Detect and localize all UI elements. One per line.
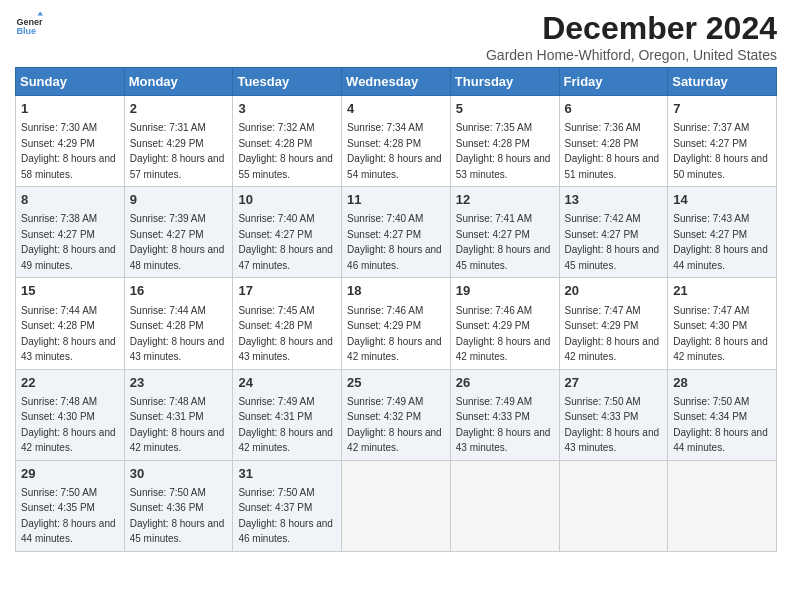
calendar-day-cell: 22 Sunrise: 7:48 AM Sunset: 4:30 PM Dayl…	[16, 369, 125, 460]
calendar-day-cell: 21 Sunrise: 7:47 AM Sunset: 4:30 PM Dayl…	[668, 278, 777, 369]
day-number: 14	[673, 191, 771, 209]
calendar-day-cell: 7 Sunrise: 7:37 AM Sunset: 4:27 PM Dayli…	[668, 96, 777, 187]
calendar-day-cell: 29 Sunrise: 7:50 AM Sunset: 4:35 PM Dayl…	[16, 460, 125, 551]
day-info: Sunrise: 7:37 AM Sunset: 4:27 PM Dayligh…	[673, 122, 768, 180]
calendar-day-cell: 24 Sunrise: 7:49 AM Sunset: 4:31 PM Dayl…	[233, 369, 342, 460]
day-number: 12	[456, 191, 554, 209]
day-number: 17	[238, 282, 336, 300]
day-number: 19	[456, 282, 554, 300]
weekday-header: Saturday	[668, 68, 777, 96]
day-info: Sunrise: 7:46 AM Sunset: 4:29 PM Dayligh…	[347, 305, 442, 363]
day-number: 1	[21, 100, 119, 118]
weekday-header: Monday	[124, 68, 233, 96]
weekday-header: Tuesday	[233, 68, 342, 96]
weekday-header-row: SundayMondayTuesdayWednesdayThursdayFrid…	[16, 68, 777, 96]
day-info: Sunrise: 7:47 AM Sunset: 4:30 PM Dayligh…	[673, 305, 768, 363]
day-number: 7	[673, 100, 771, 118]
calendar-day-cell: 11 Sunrise: 7:40 AM Sunset: 4:27 PM Dayl…	[342, 187, 451, 278]
day-info: Sunrise: 7:49 AM Sunset: 4:32 PM Dayligh…	[347, 396, 442, 454]
calendar-table: SundayMondayTuesdayWednesdayThursdayFrid…	[15, 67, 777, 552]
calendar-day-cell: 6 Sunrise: 7:36 AM Sunset: 4:28 PM Dayli…	[559, 96, 668, 187]
day-info: Sunrise: 7:45 AM Sunset: 4:28 PM Dayligh…	[238, 305, 333, 363]
logo: General Blue	[15, 10, 43, 38]
calendar-day-cell: 17 Sunrise: 7:45 AM Sunset: 4:28 PM Dayl…	[233, 278, 342, 369]
calendar-day-cell: 27 Sunrise: 7:50 AM Sunset: 4:33 PM Dayl…	[559, 369, 668, 460]
svg-text:Blue: Blue	[16, 26, 36, 36]
day-info: Sunrise: 7:50 AM Sunset: 4:33 PM Dayligh…	[565, 396, 660, 454]
calendar-day-cell: 23 Sunrise: 7:48 AM Sunset: 4:31 PM Dayl…	[124, 369, 233, 460]
day-info: Sunrise: 7:40 AM Sunset: 4:27 PM Dayligh…	[238, 213, 333, 271]
calendar-day-cell: 28 Sunrise: 7:50 AM Sunset: 4:34 PM Dayl…	[668, 369, 777, 460]
day-info: Sunrise: 7:36 AM Sunset: 4:28 PM Dayligh…	[565, 122, 660, 180]
calendar-day-cell: 14 Sunrise: 7:43 AM Sunset: 4:27 PM Dayl…	[668, 187, 777, 278]
logo-icon: General Blue	[15, 10, 43, 38]
calendar-day-cell: 12 Sunrise: 7:41 AM Sunset: 4:27 PM Dayl…	[450, 187, 559, 278]
day-number: 18	[347, 282, 445, 300]
day-number: 13	[565, 191, 663, 209]
day-info: Sunrise: 7:34 AM Sunset: 4:28 PM Dayligh…	[347, 122, 442, 180]
day-info: Sunrise: 7:48 AM Sunset: 4:30 PM Dayligh…	[21, 396, 116, 454]
location-subtitle: Garden Home-Whitford, Oregon, United Sta…	[486, 47, 777, 63]
day-number: 28	[673, 374, 771, 392]
calendar-day-cell: 2 Sunrise: 7:31 AM Sunset: 4:29 PM Dayli…	[124, 96, 233, 187]
calendar-day-cell: 4 Sunrise: 7:34 AM Sunset: 4:28 PM Dayli…	[342, 96, 451, 187]
calendar-day-cell: 16 Sunrise: 7:44 AM Sunset: 4:28 PM Dayl…	[124, 278, 233, 369]
day-info: Sunrise: 7:50 AM Sunset: 4:36 PM Dayligh…	[130, 487, 225, 545]
day-info: Sunrise: 7:50 AM Sunset: 4:34 PM Dayligh…	[673, 396, 768, 454]
day-info: Sunrise: 7:30 AM Sunset: 4:29 PM Dayligh…	[21, 122, 116, 180]
day-info: Sunrise: 7:46 AM Sunset: 4:29 PM Dayligh…	[456, 305, 551, 363]
day-info: Sunrise: 7:39 AM Sunset: 4:27 PM Dayligh…	[130, 213, 225, 271]
weekday-header: Thursday	[450, 68, 559, 96]
day-info: Sunrise: 7:42 AM Sunset: 4:27 PM Dayligh…	[565, 213, 660, 271]
weekday-header: Sunday	[16, 68, 125, 96]
weekday-header: Friday	[559, 68, 668, 96]
weekday-header: Wednesday	[342, 68, 451, 96]
day-number: 24	[238, 374, 336, 392]
day-number: 5	[456, 100, 554, 118]
day-number: 27	[565, 374, 663, 392]
calendar-week-row: 29 Sunrise: 7:50 AM Sunset: 4:35 PM Dayl…	[16, 460, 777, 551]
calendar-day-cell: 26 Sunrise: 7:49 AM Sunset: 4:33 PM Dayl…	[450, 369, 559, 460]
calendar-week-row: 15 Sunrise: 7:44 AM Sunset: 4:28 PM Dayl…	[16, 278, 777, 369]
day-number: 31	[238, 465, 336, 483]
day-info: Sunrise: 7:47 AM Sunset: 4:29 PM Dayligh…	[565, 305, 660, 363]
day-info: Sunrise: 7:32 AM Sunset: 4:28 PM Dayligh…	[238, 122, 333, 180]
day-number: 6	[565, 100, 663, 118]
calendar-day-cell	[668, 460, 777, 551]
calendar-week-row: 8 Sunrise: 7:38 AM Sunset: 4:27 PM Dayli…	[16, 187, 777, 278]
month-title: December 2024	[486, 10, 777, 47]
calendar-day-cell	[342, 460, 451, 551]
calendar-week-row: 22 Sunrise: 7:48 AM Sunset: 4:30 PM Dayl…	[16, 369, 777, 460]
day-number: 23	[130, 374, 228, 392]
day-number: 15	[21, 282, 119, 300]
day-info: Sunrise: 7:41 AM Sunset: 4:27 PM Dayligh…	[456, 213, 551, 271]
calendar-day-cell: 1 Sunrise: 7:30 AM Sunset: 4:29 PM Dayli…	[16, 96, 125, 187]
day-number: 8	[21, 191, 119, 209]
calendar-week-row: 1 Sunrise: 7:30 AM Sunset: 4:29 PM Dayli…	[16, 96, 777, 187]
day-number: 2	[130, 100, 228, 118]
day-number: 10	[238, 191, 336, 209]
calendar-day-cell: 30 Sunrise: 7:50 AM Sunset: 4:36 PM Dayl…	[124, 460, 233, 551]
day-info: Sunrise: 7:44 AM Sunset: 4:28 PM Dayligh…	[21, 305, 116, 363]
calendar-day-cell	[559, 460, 668, 551]
calendar-day-cell: 15 Sunrise: 7:44 AM Sunset: 4:28 PM Dayl…	[16, 278, 125, 369]
day-number: 29	[21, 465, 119, 483]
day-number: 20	[565, 282, 663, 300]
day-info: Sunrise: 7:49 AM Sunset: 4:31 PM Dayligh…	[238, 396, 333, 454]
calendar-day-cell: 10 Sunrise: 7:40 AM Sunset: 4:27 PM Dayl…	[233, 187, 342, 278]
calendar-day-cell: 19 Sunrise: 7:46 AM Sunset: 4:29 PM Dayl…	[450, 278, 559, 369]
page-header: General Blue December 2024 Garden Home-W…	[15, 10, 777, 63]
day-info: Sunrise: 7:43 AM Sunset: 4:27 PM Dayligh…	[673, 213, 768, 271]
day-info: Sunrise: 7:38 AM Sunset: 4:27 PM Dayligh…	[21, 213, 116, 271]
calendar-day-cell: 9 Sunrise: 7:39 AM Sunset: 4:27 PM Dayli…	[124, 187, 233, 278]
day-info: Sunrise: 7:49 AM Sunset: 4:33 PM Dayligh…	[456, 396, 551, 454]
calendar-day-cell: 8 Sunrise: 7:38 AM Sunset: 4:27 PM Dayli…	[16, 187, 125, 278]
day-info: Sunrise: 7:40 AM Sunset: 4:27 PM Dayligh…	[347, 213, 442, 271]
calendar-day-cell: 18 Sunrise: 7:46 AM Sunset: 4:29 PM Dayl…	[342, 278, 451, 369]
calendar-day-cell	[450, 460, 559, 551]
day-info: Sunrise: 7:48 AM Sunset: 4:31 PM Dayligh…	[130, 396, 225, 454]
day-number: 3	[238, 100, 336, 118]
calendar-day-cell: 25 Sunrise: 7:49 AM Sunset: 4:32 PM Dayl…	[342, 369, 451, 460]
calendar-day-cell: 13 Sunrise: 7:42 AM Sunset: 4:27 PM Dayl…	[559, 187, 668, 278]
calendar-day-cell: 3 Sunrise: 7:32 AM Sunset: 4:28 PM Dayli…	[233, 96, 342, 187]
